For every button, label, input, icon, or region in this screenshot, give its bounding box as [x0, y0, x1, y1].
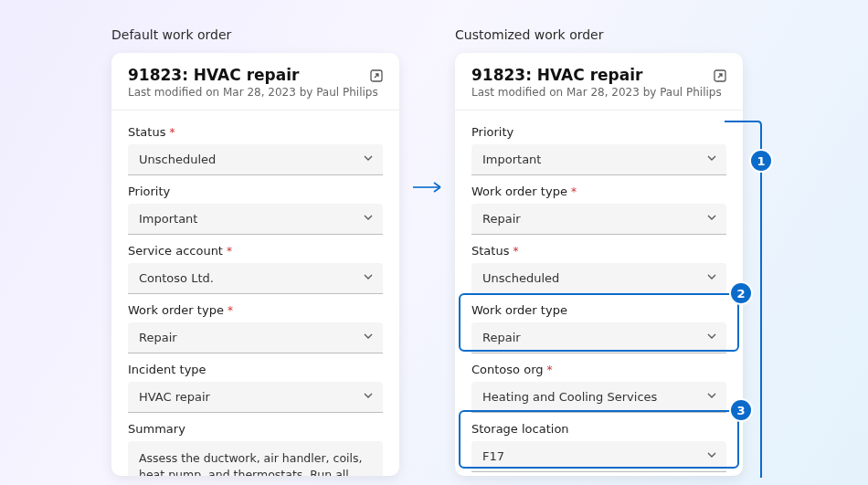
default-panel-label: Default work order: [111, 27, 231, 42]
card-title: 91823: HVAC repair: [128, 66, 383, 84]
storage-location-dropdown[interactable]: F17: [471, 441, 726, 472]
field-contoso-org: Contoso org * Heating and Cooling Servic…: [471, 363, 726, 413]
dropdown-value: F17: [482, 449, 504, 463]
field-label: Incident type: [128, 363, 383, 376]
chevron-down-icon: [363, 390, 374, 404]
callout-3: 3: [731, 400, 751, 420]
label-text: Service account: [128, 244, 223, 258]
required-marker: *: [227, 246, 232, 257]
dropdown-value: Heating and Cooling Services: [482, 390, 657, 404]
chevron-down-icon: [706, 331, 717, 344]
card-body: Priority Important Work order type * Rep…: [455, 111, 743, 476]
label-text: Summary: [128, 422, 185, 436]
work-order-type-dropdown[interactable]: Repair: [471, 204, 726, 235]
open-in-new-icon[interactable]: [366, 66, 386, 86]
field-work-order-type-dup: Work order type Repair: [471, 303, 726, 353]
dropdown-value: Repair: [139, 331, 177, 344]
priority-dropdown[interactable]: Important: [128, 204, 383, 235]
field-work-order-type: Work order type * Repair: [128, 303, 383, 353]
field-label: Work order type: [471, 303, 726, 317]
contoso-org-dropdown[interactable]: Heating and Cooling Services: [471, 382, 726, 413]
field-label: Priority: [471, 125, 726, 139]
service-account-dropdown[interactable]: Contoso Ltd.: [128, 263, 383, 294]
callout-2: 2: [731, 283, 751, 303]
chevron-down-icon: [706, 153, 717, 166]
chevron-down-icon: [706, 212, 717, 226]
field-priority: Priority Important: [471, 125, 726, 175]
chevron-down-icon: [363, 153, 374, 166]
label-text: Work order type: [471, 185, 567, 198]
field-incident-type: Incident type HVAC repair: [128, 363, 383, 413]
work-order-type-dropdown[interactable]: Repair: [128, 322, 383, 353]
field-label: Service account *: [128, 244, 383, 258]
required-marker: *: [547, 364, 553, 375]
card-title: 91823: HVAC repair: [471, 66, 726, 84]
field-label: Contoso org *: [471, 363, 726, 376]
field-status: Status * Unscheduled: [128, 125, 383, 175]
chevron-down-icon: [706, 390, 717, 404]
field-status: Status * Unscheduled: [471, 244, 726, 294]
field-storage-location: Storage location F17: [471, 422, 726, 472]
label-text: Priority: [471, 125, 513, 139]
label-text: Work order type: [471, 303, 567, 317]
label-text: Status: [471, 244, 509, 258]
label-text: Status: [128, 125, 165, 139]
dropdown-value: Repair: [482, 331, 521, 344]
card-subtitle: Last modified on Mar 28, 2023 by Paul Ph…: [471, 86, 726, 99]
default-card: 91823: HVAC repair Last modified on Mar …: [111, 53, 399, 476]
dropdown-value: Unscheduled: [482, 271, 559, 285]
chevron-down-icon: [706, 449, 717, 463]
card-subtitle: Last modified on Mar 28, 2023 by Paul Ph…: [128, 86, 383, 99]
card-body: Status * Unscheduled Priority Important …: [111, 111, 399, 476]
required-marker: *: [228, 305, 233, 316]
dropdown-value: Important: [482, 153, 541, 166]
arrow-right-icon: [411, 178, 448, 200]
status-dropdown[interactable]: Unscheduled: [471, 263, 726, 294]
field-label: Status *: [128, 125, 383, 139]
label-text: Work order type: [128, 303, 224, 317]
callout-1: 1: [751, 151, 771, 171]
field-summary: Summary Assess the ductwork, air handler…: [128, 422, 383, 476]
field-label: Storage location: [471, 422, 726, 436]
required-marker: *: [169, 127, 175, 138]
dropdown-value: Unscheduled: [139, 153, 216, 166]
chevron-down-icon: [706, 271, 717, 285]
chevron-down-icon: [363, 212, 374, 226]
field-label: Summary: [128, 422, 383, 436]
required-marker: *: [571, 186, 577, 197]
dropdown-value: Contoso Ltd.: [139, 271, 214, 285]
label-text: Incident type: [128, 363, 206, 376]
label-text: Storage location: [471, 422, 569, 436]
field-label: Status *: [471, 244, 726, 258]
label-text: Contoso org: [471, 363, 544, 376]
status-dropdown[interactable]: Unscheduled: [128, 144, 383, 175]
dropdown-value: Repair: [482, 212, 521, 226]
customized-panel-label: Customized work order: [455, 27, 603, 42]
field-priority: Priority Important: [128, 185, 383, 235]
card-header: 91823: HVAC repair Last modified on Mar …: [111, 53, 399, 111]
label-text: Priority: [128, 185, 170, 198]
priority-dropdown[interactable]: Important: [471, 144, 726, 175]
field-work-order-type-req: Work order type * Repair: [471, 185, 726, 235]
card-header: 91823: HVAC repair Last modified on Mar …: [455, 53, 743, 111]
incident-type-dropdown[interactable]: HVAC repair: [128, 382, 383, 413]
work-order-type-dup-dropdown[interactable]: Repair: [471, 322, 726, 353]
customized-card: 91823: HVAC repair Last modified on Mar …: [455, 53, 743, 476]
open-in-new-icon[interactable]: [710, 66, 730, 86]
field-label: Priority: [128, 185, 383, 198]
field-label: Work order type *: [128, 303, 383, 317]
dropdown-value: Important: [139, 212, 197, 226]
chevron-down-icon: [363, 331, 374, 344]
required-marker: *: [513, 246, 518, 257]
summary-textarea[interactable]: Assess the ductwork, air handler, coils,…: [128, 441, 383, 476]
field-label: Work order type *: [471, 185, 726, 198]
field-service-account: Service account * Contoso Ltd.: [128, 244, 383, 294]
dropdown-value: HVAC repair: [139, 390, 210, 404]
chevron-down-icon: [363, 271, 374, 285]
